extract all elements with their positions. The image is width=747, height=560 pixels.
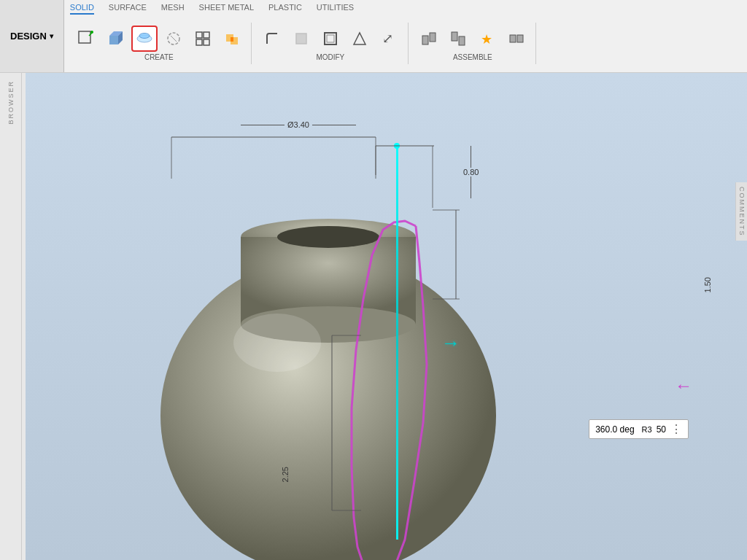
angle-popup-extra: R3 — [642, 425, 652, 434]
width-label: 0.80 — [463, 168, 479, 176]
svg-rect-18 — [325, 33, 336, 44]
tab-surface[interactable]: SURFACE — [109, 3, 147, 15]
svg-rect-16 — [231, 37, 233, 42]
height1-dimension: 1.50 — [703, 277, 712, 292]
tab-row: SOLID SURFACE MESH SHEET METAL PLASTIC U… — [64, 1, 747, 16]
dim-line-bot — [471, 176, 471, 198]
profile-direction-arrow: ← — [675, 376, 692, 396]
svg-rect-28 — [517, 35, 523, 42]
dim-line-right — [312, 125, 356, 125]
left-panel: BROWSER — [0, 73, 22, 560]
main-toolbar: DESIGN ▾ SOLID SURFACE MESH SHEET METAL … — [0, 0, 747, 73]
loft-icon[interactable] — [160, 26, 187, 52]
joint-icon[interactable] — [416, 26, 442, 52]
dim-line-top — [471, 146, 471, 168]
shell-icon[interactable] — [317, 26, 344, 52]
width-dimension: 0.80 — [463, 146, 479, 198]
svg-marker-20 — [354, 33, 365, 44]
design-arrow: ▾ — [50, 32, 53, 40]
assemble-section: ★ ASSEMBLE — [410, 23, 536, 64]
svg-rect-23 — [430, 33, 436, 42]
svg-point-2 — [90, 31, 93, 34]
angle-popup-value: 360.0 deg — [595, 424, 634, 435]
svg-rect-12 — [196, 39, 202, 45]
tab-solid[interactable]: SOLID — [70, 3, 94, 15]
new-component-icon[interactable] — [190, 26, 216, 52]
angle-popup-r: 50 — [657, 424, 666, 435]
tab-utilities[interactable]: UTILITIES — [317, 3, 354, 15]
tab-mesh[interactable]: MESH — [161, 3, 185, 15]
height2-label: 2.25 — [281, 467, 290, 482]
height1-label: 1.50 — [703, 277, 712, 292]
move-copy-icon[interactable]: ⤢ — [376, 26, 402, 52]
dim-line-left — [241, 125, 285, 125]
revolve-icon[interactable] — [131, 26, 158, 52]
browser-label: BROWSER — [7, 80, 15, 125]
sketch-icon[interactable] — [73, 26, 99, 52]
svg-point-34 — [233, 314, 321, 372]
axis-line — [396, 146, 398, 540]
boolean-icon[interactable] — [219, 26, 245, 52]
diameter-dimension: Ø3.40 — [241, 120, 356, 129]
viewport[interactable]: → ← Ø3.40 0.80 1.50 2.25 360.0 deg R3 50… — [26, 73, 747, 560]
axis-endpoint — [394, 143, 400, 149]
comments-panel[interactable]: COMMENTS — [735, 182, 747, 241]
svg-text:★: ★ — [481, 32, 492, 47]
modify-label[interactable]: MODIFY — [316, 53, 344, 61]
height2-dimension: 2.25 — [281, 467, 290, 482]
modify-section: ⤢ MODIFY — [253, 23, 409, 64]
create-label[interactable]: CREATE — [144, 53, 174, 61]
svg-rect-11 — [204, 32, 209, 38]
diameter-label: Ø3.40 — [287, 120, 309, 129]
svg-rect-3 — [109, 36, 118, 44]
angle-popup-more-icon[interactable]: ⋮ — [670, 422, 682, 436]
svg-point-33 — [277, 226, 379, 248]
svg-point-7 — [139, 34, 150, 39]
assemble3-icon[interactable] — [503, 26, 530, 52]
svg-rect-22 — [422, 36, 428, 44]
extrude-icon[interactable] — [102, 26, 128, 52]
svg-text:⤢: ⤢ — [382, 31, 393, 46]
design-label: DESIGN — [10, 31, 47, 42]
angle-popup: 360.0 deg R3 50 ⋮ — [589, 419, 689, 439]
svg-rect-19 — [327, 35, 334, 42]
assemble-label[interactable]: ASSEMBLE — [453, 53, 492, 61]
tab-plastic[interactable]: PLASTIC — [268, 3, 302, 15]
svg-rect-10 — [196, 32, 202, 38]
modify-icons: ⤢ — [259, 26, 402, 52]
assemble-icons: ★ — [416, 26, 530, 52]
star-icon[interactable]: ★ — [474, 26, 500, 52]
create-section: CREATE — [67, 23, 252, 64]
tab-sheet-metal[interactable]: SHEET METAL — [199, 3, 254, 15]
3d-shape-svg — [131, 102, 554, 560]
fillet-icon[interactable] — [259, 26, 285, 52]
svg-line-9 — [171, 36, 177, 42]
svg-rect-0 — [79, 31, 90, 43]
draft-icon[interactable] — [347, 26, 373, 52]
design-button[interactable]: DESIGN ▾ — [0, 0, 64, 72]
svg-rect-17 — [296, 34, 306, 44]
revolve-direction-arrow: → — [441, 332, 460, 354]
svg-rect-25 — [459, 36, 465, 45]
chamfer-icon[interactable] — [288, 26, 314, 52]
svg-rect-13 — [204, 39, 209, 45]
create-icons — [73, 26, 245, 52]
svg-rect-24 — [452, 32, 457, 41]
joint2-icon[interactable] — [445, 26, 471, 52]
svg-rect-27 — [510, 35, 516, 42]
comments-label: COMMENTS — [738, 187, 746, 237]
